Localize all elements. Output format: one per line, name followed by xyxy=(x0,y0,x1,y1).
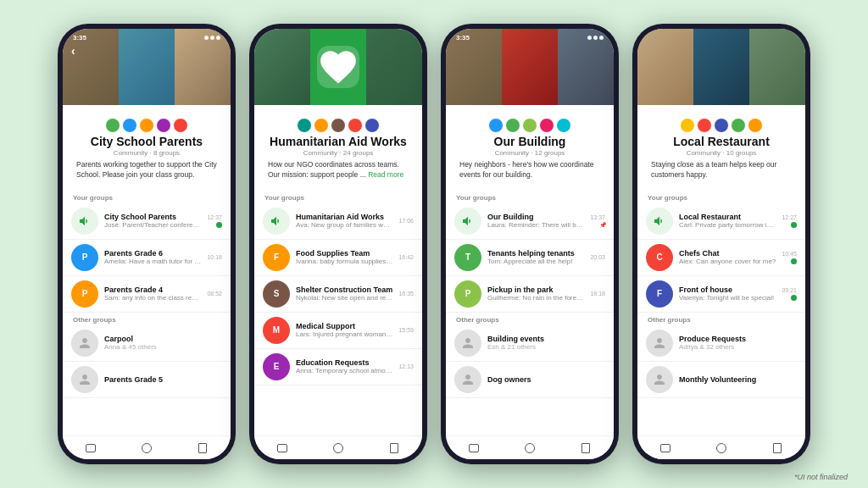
chat-info: Local Restaurant Carl: Private party tom… xyxy=(679,213,776,229)
chat-preview: Ava: New group of families waiting ... xyxy=(296,221,392,229)
chat-preview: Valeriya: Tonight will be special! xyxy=(679,294,776,302)
member-avatar-3 xyxy=(522,118,537,133)
chat-avatar: F xyxy=(263,244,290,271)
chat-info: Our Building Laura: Reminder: There will… xyxy=(487,213,584,229)
chat-time: 16:42 xyxy=(398,254,414,260)
chat-item[interactable]: City School Parents José: Parent/Teacher… xyxy=(63,203,231,240)
chat-preview: Alex: Can anyone cover for me? xyxy=(679,258,776,265)
chat-item[interactable]: C Chefs Chat Alex: Can anyone cover for … xyxy=(637,240,805,276)
phone-3: 3:35 Our Building Community · 12 groups xyxy=(441,24,619,464)
chat-preview: Guilherme: No rain in the forecast! xyxy=(487,294,584,302)
chat-time: 17:06 xyxy=(398,218,414,224)
chat-preview: José: Parent/Teacher conferences ... xyxy=(104,221,201,229)
battery-icon xyxy=(216,36,220,40)
other-group-item[interactable]: Parents Grade 5 xyxy=(63,362,231,398)
other-name: Dog owners xyxy=(487,375,605,384)
your-groups-label: Your groups xyxy=(637,191,805,203)
chat-item[interactable]: P Pickup in the park Guilherme: No rain … xyxy=(446,276,614,313)
chat-name: Medical Support xyxy=(296,322,392,330)
other-info: Monthly Volunteering xyxy=(679,375,797,384)
chat-item[interactable]: P Parents Grade 4 Sam: any info on the c… xyxy=(63,276,231,313)
phone-content-3[interactable]: Our Building Community · 12 groups Hey n… xyxy=(446,105,614,435)
chat-info: Pickup in the park Guilherme: No rain in… xyxy=(487,286,584,302)
phone-nav-bar xyxy=(637,435,805,459)
signal-icon xyxy=(587,36,592,40)
phone-content-1[interactable]: City School Parents Community · 8 groups… xyxy=(63,105,231,435)
nav-recent-button[interactable] xyxy=(387,441,401,455)
signal-icon xyxy=(204,36,209,40)
chat-item[interactable]: E Education Requests Anna: Temporary sch… xyxy=(254,349,422,385)
chat-time: 12:37 xyxy=(207,214,222,220)
header-bg-center xyxy=(310,29,366,105)
megaphone-icon xyxy=(454,208,481,235)
chat-name: Front of house xyxy=(679,286,776,294)
nav-back-button[interactable] xyxy=(84,441,97,455)
other-info: Building events Esh & 21 others xyxy=(487,335,605,351)
phone-content-2[interactable]: Humanitarian Aid Works Community · 24 gr… xyxy=(254,105,422,435)
chat-meta: 12:37 xyxy=(207,214,222,228)
chat-item[interactable]: Our Building Laura: Reminder: There will… xyxy=(446,203,614,240)
phone-content-4[interactable]: Local Restaurant Community · 10 groups S… xyxy=(637,105,805,435)
other-name: Monthly Volunteering xyxy=(679,375,797,384)
chat-avatar: P xyxy=(71,244,98,271)
chat-item[interactable]: F Food Supplies Team Ivanna: baby formul… xyxy=(254,240,422,276)
nav-recent-button[interactable] xyxy=(196,441,209,455)
other-name: Carpool xyxy=(104,335,222,343)
chat-name: Parents Grade 6 xyxy=(104,249,201,258)
phone-nav-bar xyxy=(254,435,422,459)
chat-time: 15:59 xyxy=(398,327,414,333)
other-group-item[interactable]: Monthly Volunteering xyxy=(637,362,805,398)
chat-item[interactable]: P Parents Grade 6 Amelia: Have a math tu… xyxy=(63,240,231,276)
chat-time: 12:13 xyxy=(398,363,414,369)
member-avatar-1 xyxy=(680,118,695,133)
nav-recent-button[interactable] xyxy=(579,441,593,455)
phone-screen-4: Local Restaurant Community · 10 groups S… xyxy=(637,29,805,459)
read-more-link[interactable]: Read more xyxy=(368,170,403,179)
header-bg-left xyxy=(254,29,310,105)
chat-item[interactable]: F Front of house Valeriya: Tonight will … xyxy=(637,276,805,313)
nav-home-button[interactable] xyxy=(331,441,345,455)
chat-name: Local Restaurant xyxy=(679,213,776,221)
chat-info: Front of house Valeriya: Tonight will be… xyxy=(679,286,776,302)
other-sub: Esh & 21 others xyxy=(487,343,605,351)
chat-meta: 13:37 📌 xyxy=(590,214,605,228)
community-header: Our Building Community · 12 groups Hey n… xyxy=(446,105,614,191)
nav-back-button[interactable] xyxy=(275,441,289,455)
header-bg-left xyxy=(637,29,693,105)
member-avatar-3 xyxy=(714,118,729,133)
community-desc: Hey neighbors - here's how we coordinate… xyxy=(456,160,604,180)
other-sub: Aditya & 32 others xyxy=(679,343,797,351)
other-group-item[interactable]: Produce Requests Aditya & 32 others xyxy=(637,325,805,362)
nav-home-button[interactable] xyxy=(523,441,537,455)
nav-back-button[interactable] xyxy=(659,441,672,455)
phone-header-2 xyxy=(254,29,422,105)
nav-home-button[interactable] xyxy=(715,441,728,455)
community-desc: Parents working together to support the … xyxy=(73,160,220,180)
chat-item[interactable]: S Shelter Construction Team Nykolai: New… xyxy=(254,276,422,313)
community-meta: Community · 10 groups xyxy=(648,149,795,157)
community-meta: Community · 8 groups xyxy=(73,149,220,157)
chat-item[interactable]: Humanitarian Aid Works Ava: New group of… xyxy=(254,203,422,240)
chat-info: Humanitarian Aid Works Ava: New group of… xyxy=(296,213,392,229)
phone-header-3: 3:35 xyxy=(446,29,614,105)
community-header: City School Parents Community · 8 groups… xyxy=(63,105,231,191)
other-group-item[interactable]: Carpool Anna & 45 others xyxy=(63,325,231,362)
nav-home-button[interactable] xyxy=(140,441,153,455)
member-avatar-3 xyxy=(331,118,346,133)
nav-recent-button[interactable] xyxy=(771,441,784,455)
chat-name: Parents Grade 4 xyxy=(104,286,201,294)
chat-item[interactable]: T Tenants helping tenants Tom: Appreciat… xyxy=(446,240,614,276)
back-button[interactable]: ‹ xyxy=(71,44,75,58)
unread-indicator xyxy=(791,258,797,264)
chat-time: 18:18 xyxy=(590,291,605,297)
chat-preview: Nykolai: New site open and ready for ... xyxy=(296,294,392,302)
chat-item[interactable]: M Medical Support Lars: Injured pregnant… xyxy=(254,313,422,349)
chat-info: Food Supplies Team Ivanna: baby formula … xyxy=(296,249,392,265)
community-meta: Community · 24 groups xyxy=(264,149,412,157)
chat-item[interactable]: Local Restaurant Carl: Private party tom… xyxy=(637,203,805,240)
member-avatar-2 xyxy=(697,118,712,133)
wifi-icon xyxy=(210,36,214,40)
nav-back-button[interactable] xyxy=(467,441,481,455)
other-group-item[interactable]: Building events Esh & 21 others xyxy=(446,325,614,362)
other-group-item[interactable]: Dog owners xyxy=(446,362,614,398)
